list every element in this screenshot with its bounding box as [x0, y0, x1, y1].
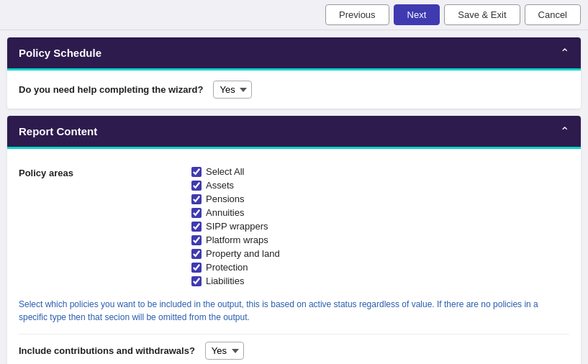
checkbox-label-sipp-wrappers[interactable]: SIPP wrappers: [206, 221, 268, 232]
top-navigation-bar: Previous Next Save & Exit Cancel: [0, 0, 588, 30]
help-dropdown[interactable]: Yes No: [213, 81, 252, 99]
policy-schedule-body: Do you need help completing the wizard? …: [7, 70, 581, 109]
report-content-body: Policy areas Select AllAssetsPensionsAnn…: [7, 149, 581, 364]
checkbox-platform-wraps[interactable]: [191, 235, 202, 245]
report-content-title: Report Content: [19, 125, 97, 137]
report-content-section: Report Content ⌃ Policy areas Select All…: [7, 116, 581, 364]
checkbox-item-protection: Protection: [191, 262, 280, 273]
checkbox-item-property-and-land: Property and land: [191, 248, 280, 259]
checkbox-select-all[interactable]: [191, 167, 202, 177]
checkbox-label-property-and-land[interactable]: Property and land: [206, 248, 280, 259]
contributions-dropdown[interactable]: Yes No: [205, 342, 244, 360]
policy-areas-info: Select which policies you want to be inc…: [19, 298, 569, 324]
policy-areas-label: Policy areas: [19, 166, 191, 178]
checkbox-label-annuities[interactable]: Annuities: [206, 207, 244, 218]
checkbox-item-assets: Assets: [191, 180, 280, 191]
checkbox-item-liabilities: Liabilities: [191, 276, 280, 286]
policy-schedule-header: Policy Schedule ⌃: [7, 37, 581, 70]
checkbox-liabilities[interactable]: [191, 276, 202, 286]
contributions-label: Include contributions and withdrawals?: [19, 345, 195, 356]
checkbox-label-assets[interactable]: Assets: [206, 180, 234, 191]
policy-schedule-section: Policy Schedule ⌃ Do you need help compl…: [7, 37, 581, 109]
help-label: Do you need help completing the wizard?: [19, 84, 203, 95]
checkbox-item-select-all: Select All: [191, 166, 280, 177]
report-content-header: Report Content ⌃: [7, 116, 581, 149]
policy-schedule-chevron[interactable]: ⌃: [560, 46, 569, 60]
checkbox-item-sipp-wrappers: SIPP wrappers: [191, 221, 280, 232]
checkbox-assets[interactable]: [191, 181, 202, 191]
cancel-button[interactable]: Cancel: [525, 4, 581, 25]
checkbox-protection[interactable]: [191, 263, 202, 273]
contributions-row: Include contributions and withdrawals? Y…: [19, 334, 569, 360]
checkbox-pensions[interactable]: [191, 194, 202, 204]
next-button[interactable]: Next: [394, 4, 440, 25]
previous-button[interactable]: Previous: [325, 4, 389, 25]
checkbox-item-annuities: Annuities: [191, 207, 280, 218]
help-row: Do you need help completing the wizard? …: [19, 81, 569, 99]
checkboxes-column: Select AllAssetsPensionsAnnuitiesSIPP wr…: [191, 166, 280, 286]
policy-schedule-title: Policy Schedule: [19, 47, 101, 59]
checkbox-item-pensions: Pensions: [191, 194, 280, 204]
checkbox-item-platform-wraps: Platform wraps: [191, 235, 280, 245]
checkbox-label-liabilities[interactable]: Liabilities: [206, 276, 244, 286]
save-exit-button[interactable]: Save & Exit: [444, 4, 520, 25]
checkbox-label-platform-wraps[interactable]: Platform wraps: [206, 235, 268, 245]
checkbox-annuities[interactable]: [191, 208, 202, 218]
checkbox-sipp-wrappers[interactable]: [191, 222, 202, 232]
checkbox-label-protection[interactable]: Protection: [206, 262, 248, 273]
checkbox-property-and-land[interactable]: [191, 249, 202, 259]
policy-areas-row: Policy areas Select AllAssetsPensionsAnn…: [19, 159, 569, 294]
checkbox-label-pensions[interactable]: Pensions: [206, 194, 244, 204]
report-content-chevron[interactable]: ⌃: [560, 124, 569, 138]
checkbox-label-select-all[interactable]: Select All: [206, 166, 244, 177]
